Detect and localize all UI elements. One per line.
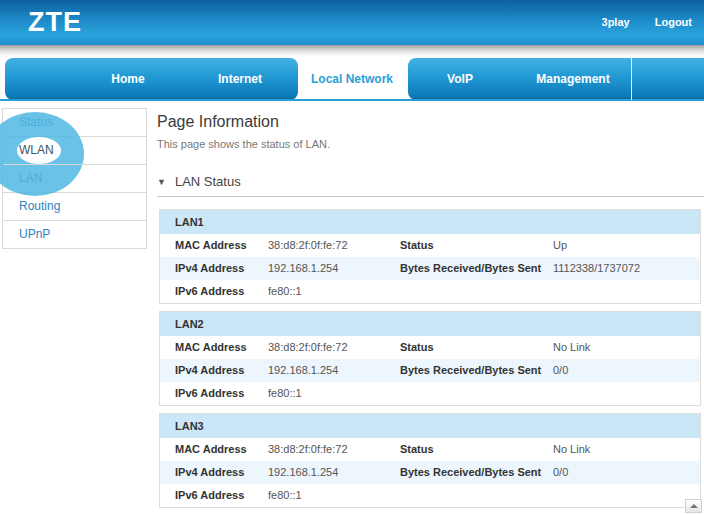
field-label: IPv6 Address: [175, 280, 268, 303]
lan-status-section-header[interactable]: ▼LAN Status: [157, 174, 704, 189]
field-value: fe80::1: [268, 280, 400, 303]
sidebar-item-lan[interactable]: LAN: [3, 165, 146, 193]
zte-logo: ZTE: [28, 7, 82, 38]
lan-table: LAN3 MAC Address 38:d8:2f:0f:fe:72 Statu…: [159, 413, 701, 508]
field-value: fe80::1: [268, 382, 400, 405]
account-link[interactable]: 3play: [602, 16, 630, 28]
main-navbar: Home Internet Local Network VoIP Managem…: [0, 58, 704, 102]
field-value: 38:d8:2f:0f:fe:72: [268, 438, 400, 461]
main-content: Page Information This page shows the sta…: [157, 108, 704, 514]
up-arrow-icon: [690, 504, 698, 508]
tab-voip[interactable]: VoIP: [447, 58, 473, 100]
lan-table-title: LAN3: [175, 420, 204, 432]
table-row: MAC Address 38:d8:2f:0f:fe:72 Status Up: [160, 234, 700, 257]
field-value: 192.168.1.254: [268, 461, 400, 484]
header-shadow: [0, 45, 704, 58]
page-subtitle: This page shows the status of LAN.: [157, 138, 704, 150]
table-row: IPv6 Address fe80::1: [160, 484, 700, 507]
field-label: MAC Address: [175, 234, 268, 257]
field-value: 38:d8:2f:0f:fe:72: [268, 336, 400, 359]
field-label: MAC Address: [175, 438, 268, 461]
tab-separator: [631, 58, 632, 100]
field-label: Bytes Received/Bytes Sent: [400, 257, 553, 280]
router-admin-page: ZTE 3play Logout Home Internet Local Net…: [0, 0, 704, 514]
table-row: IPv4 Address 192.168.1.254 Bytes Receive…: [160, 461, 700, 484]
table-row: IPv4 Address 192.168.1.254 Bytes Receive…: [160, 359, 700, 382]
field-value: [553, 280, 700, 303]
lan-table-rows: MAC Address 38:d8:2f:0f:fe:72 Status No …: [160, 336, 700, 405]
field-value: No Link: [553, 438, 700, 461]
section-divider: [157, 196, 704, 197]
section-label: LAN Status: [175, 174, 241, 189]
field-value: fe80::1: [268, 484, 400, 507]
tab-home[interactable]: Home: [111, 58, 144, 100]
table-row: IPv4 Address 192.168.1.254 Bytes Receive…: [160, 257, 700, 280]
lan-table-title: LAN1: [175, 216, 204, 228]
lan-table-rows: MAC Address 38:d8:2f:0f:fe:72 Status No …: [160, 438, 700, 507]
page-title: Page Information: [157, 113, 704, 131]
tab-local-network[interactable]: Local Network: [311, 58, 393, 100]
table-row: MAC Address 38:d8:2f:0f:fe:72 Status No …: [160, 336, 700, 359]
field-value: [553, 382, 700, 405]
sidebar-item-status[interactable]: Status: [3, 109, 146, 137]
field-label: Status: [400, 438, 553, 461]
field-value: No Link: [553, 336, 700, 359]
field-value: 192.168.1.254: [268, 257, 400, 280]
table-row: IPv6 Address fe80::1: [160, 280, 700, 303]
field-label: IPv4 Address: [175, 461, 268, 484]
field-label: IPv4 Address: [175, 359, 268, 382]
header-links: 3play Logout: [580, 16, 692, 28]
logout-link[interactable]: Logout: [655, 16, 692, 28]
lan-table: LAN2 MAC Address 38:d8:2f:0f:fe:72 Statu…: [159, 311, 701, 406]
field-label: Bytes Received/Bytes Sent: [400, 359, 553, 382]
table-row: IPv6 Address fe80::1: [160, 382, 700, 405]
sidebar-item-wlan[interactable]: WLAN: [3, 137, 146, 165]
sidebar-item-upnp[interactable]: UPnP: [3, 221, 146, 248]
app-header: ZTE 3play Logout: [0, 0, 704, 45]
sidebar-item-routing[interactable]: Routing: [3, 193, 146, 221]
lan-table-title: LAN2: [175, 318, 204, 330]
lan-table-header: LAN1: [160, 210, 700, 234]
field-value: 0/0: [553, 359, 700, 382]
lan-table: LAN1 MAC Address 38:d8:2f:0f:fe:72 Statu…: [159, 209, 701, 304]
tab-management[interactable]: Management: [536, 58, 609, 100]
nav-underline: [0, 99, 704, 101]
field-value: 1112338/1737072: [553, 257, 700, 280]
field-label: Status: [400, 234, 553, 257]
field-value: [553, 484, 700, 507]
table-row: MAC Address 38:d8:2f:0f:fe:72 Status No …: [160, 438, 700, 461]
field-label: IPv6 Address: [175, 382, 268, 405]
scrollbar-up-button[interactable]: [685, 499, 702, 513]
field-label: MAC Address: [175, 336, 268, 359]
field-value: 38:d8:2f:0f:fe:72: [268, 234, 400, 257]
field-label: [400, 484, 553, 507]
tab-internet[interactable]: Internet: [218, 58, 262, 100]
lan-table-rows: MAC Address 38:d8:2f:0f:fe:72 Status Up …: [160, 234, 700, 303]
field-label: IPv4 Address: [175, 257, 268, 280]
field-value: 192.168.1.254: [268, 359, 400, 382]
collapse-triangle-icon: ▼: [157, 177, 166, 187]
field-value: 0/0: [553, 461, 700, 484]
sidebar: Status WLAN LAN Routing UPnP: [2, 108, 147, 249]
lan-tables: LAN1 MAC Address 38:d8:2f:0f:fe:72 Statu…: [159, 209, 704, 514]
lan-table-header: LAN2: [160, 312, 700, 336]
field-label: IPv6 Address: [175, 484, 268, 507]
field-label: Status: [400, 336, 553, 359]
field-label: [400, 382, 553, 405]
field-label: [400, 280, 553, 303]
field-label: Bytes Received/Bytes Sent: [400, 461, 553, 484]
field-value: Up: [553, 234, 700, 257]
lan-table-header: LAN3: [160, 414, 700, 438]
